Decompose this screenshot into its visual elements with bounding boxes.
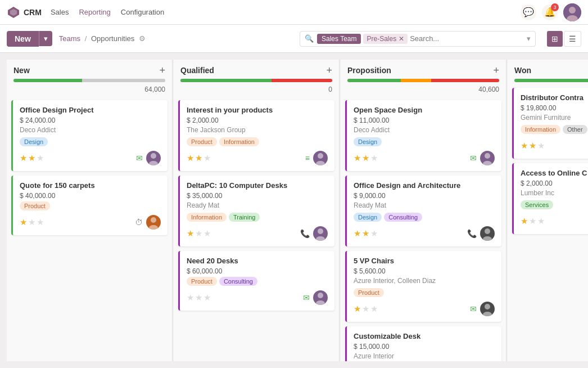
card-stars[interactable]: ★★★ [187,293,211,303]
search-input[interactable] [410,34,523,43]
star-filled[interactable]: ★ [20,153,27,163]
search-dropdown-icon[interactable]: ▾ [527,34,531,43]
column-qualified: Qualified + 0Interest in your products$ … [174,60,340,361]
list-view-button[interactable]: ☰ [564,31,581,47]
star-empty[interactable]: ★ [370,228,378,239]
card-stars[interactable]: ★★★ [20,217,44,227]
star-empty[interactable]: ★ [195,228,202,239]
star-empty[interactable]: ★ [203,293,211,303]
card-tag[interactable]: Information [521,125,560,134]
email-icon[interactable]: ✉ [470,154,477,163]
kanban-card[interactable]: Access to Online C$ 2,000.00Lumber IncSe… [512,163,588,234]
email-icon[interactable]: ✉ [303,293,310,302]
column-header-proposition: Proposition + [341,60,506,79]
star-filled[interactable]: ★ [187,153,194,163]
card-stars[interactable]: ★★★ [20,153,44,163]
kanban-view-button[interactable]: ⊞ [547,31,563,47]
card-tag[interactable]: Training [229,213,260,222]
kanban-card[interactable]: Customizable Desk$ 15,000.00Azure Interi… [345,326,501,361]
star-empty[interactable]: ★ [370,153,378,163]
kanban-card[interactable]: Office Design and Architecture$ 9,000.00… [345,176,501,246]
card-tag[interactable]: Information [187,213,227,222]
star-filled[interactable]: ★ [521,141,528,151]
star-filled[interactable]: ★ [354,228,361,239]
phone-icon[interactable]: 📞 [300,229,310,238]
card-tag[interactable]: Product [354,288,384,297]
email-icon[interactable]: ✉ [136,154,143,163]
search-tag-salesteam[interactable]: Sales Team [317,34,361,44]
card-stars[interactable]: ★★★ [354,228,378,239]
card-tag[interactable]: Consulting [219,277,257,286]
card-tag[interactable]: Product [187,277,217,286]
star-empty[interactable]: ★ [28,217,35,227]
card-stars[interactable]: ★★★ [187,228,211,239]
card-tag[interactable]: Information [219,137,259,146]
star-empty[interactable]: ★ [203,153,211,163]
star-empty[interactable]: ★ [37,217,44,227]
card-tag[interactable]: Product [187,137,217,146]
card-tag[interactable]: Other [563,125,587,134]
column-add-qualified[interactable]: + [326,65,332,75]
nav-reporting[interactable]: Reporting [79,6,110,19]
card-tag[interactable]: Design [354,213,382,222]
card-stars[interactable]: ★★★ [187,153,211,163]
card-stars[interactable]: ★★★ [354,153,378,163]
star-empty[interactable]: ★ [203,228,211,239]
star-empty[interactable]: ★ [370,304,378,314]
kanban-card[interactable]: 5 VP Chairs$ 5,600.00Azure Interior, Col… [345,251,501,322]
breadcrumb-teams[interactable]: Teams [59,34,80,43]
clock-icon[interactable]: ⏱ [135,218,143,227]
star-filled[interactable]: ★ [187,228,194,239]
star-empty[interactable]: ★ [529,216,536,226]
remove-filter-icon[interactable]: ✕ [399,35,404,43]
search-filter-presales[interactable]: Pre-Sales ✕ [363,34,408,44]
nav-sales[interactable]: Sales [51,6,69,19]
phone-icon[interactable]: 📞 [467,229,477,238]
nav-configuration[interactable]: Configuration [121,6,164,19]
new-button[interactable]: New [7,31,39,47]
card-tag[interactable]: Product [20,201,50,210]
email-icon[interactable]: ✉ [470,304,477,313]
star-empty[interactable]: ★ [362,304,369,314]
star-filled[interactable]: ★ [521,216,528,226]
card-stars[interactable]: ★★★ [354,304,378,314]
kanban-card[interactable]: Interest in your products$ 2,000.00The J… [178,100,334,171]
star-empty[interactable]: ★ [195,293,202,303]
user-avatar[interactable] [563,3,581,21]
card-stars[interactable]: ★★★ [521,216,545,226]
column-add-new[interactable]: + [159,65,165,75]
kanban-card[interactable]: Office Design Project$ 24,000.00Deco Add… [11,100,168,171]
star-empty[interactable]: ★ [37,153,44,163]
new-dropdown-button[interactable]: ▾ [39,31,52,46]
card-tag[interactable]: Consulting [384,213,422,222]
kanban-card[interactable]: DeltaPC: 10 Computer Desks$ 35,000.00Rea… [178,176,334,246]
breadcrumb-opportunities: Opportunities [91,34,134,43]
card-tag[interactable]: Services [521,200,553,209]
kanban-card[interactable]: Distributor Contra$ 19,800.00Gemini Furn… [512,88,588,159]
kanban-card[interactable]: Open Space Design$ 11,000.00Deco AddictD… [345,100,501,171]
star-filled[interactable]: ★ [28,153,35,163]
settings-icon[interactable]: ⚙ [139,34,146,43]
star-filled[interactable]: ★ [20,217,27,227]
column-add-proposition[interactable]: + [493,65,499,75]
card-amount: $ 11,000.00 [354,116,495,124]
nav-logo[interactable]: CRM [7,6,42,19]
star-filled[interactable]: ★ [362,228,369,239]
card-stars[interactable]: ★★★ [521,141,545,151]
notifications-button[interactable]: 🔔 3 [542,5,558,20]
kanban-card[interactable]: Quote for 150 carpets$ 40,000.00Product★… [11,176,168,235]
kanban-card[interactable]: Need 20 Desks$ 60,000.00ProductConsultin… [178,251,334,311]
star-empty[interactable]: ★ [187,293,194,303]
star-empty[interactable]: ★ [537,216,545,226]
chat-button[interactable]: 💬 [521,5,536,20]
star-filled[interactable]: ★ [354,304,361,314]
star-filled[interactable]: ★ [362,153,369,163]
star-empty[interactable]: ★ [537,141,545,151]
star-filled[interactable]: ★ [354,153,361,163]
card-tags: ProductInformation [187,137,328,146]
card-tag[interactable]: Design [20,137,48,146]
list-icon[interactable]: ≡ [305,154,310,163]
star-filled[interactable]: ★ [195,153,202,163]
star-filled[interactable]: ★ [529,141,536,151]
card-tag[interactable]: Design [354,137,382,146]
